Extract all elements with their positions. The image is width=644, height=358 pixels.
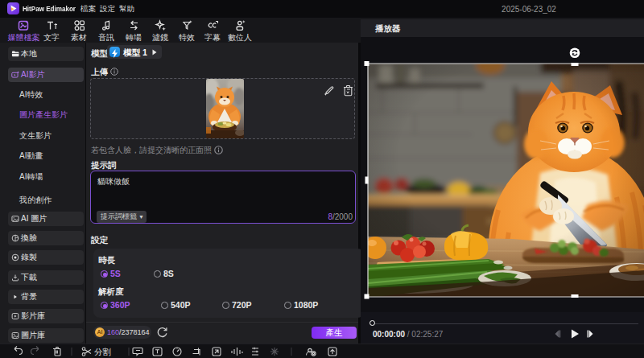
svg-text:分割: 分割 — [94, 347, 111, 356]
